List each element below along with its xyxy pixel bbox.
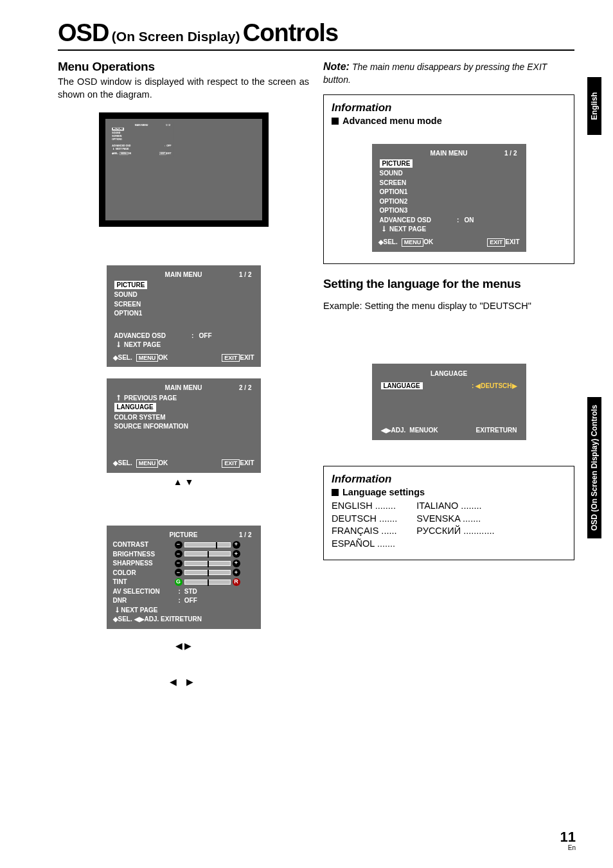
hint-exit: EXITEXIT xyxy=(487,238,519,247)
picture-brightness[interactable]: BRIGHTNESS−+ xyxy=(113,550,254,559)
menu-item-advanced-osd[interactable]: ADVANCED OSD: ON xyxy=(378,216,520,225)
picture-av-selection[interactable]: AV SELECTION:STD xyxy=(113,587,254,596)
left-column: Menu Operations The OSD window is displa… xyxy=(58,60,309,687)
hint-menu-ok: MENUOK xyxy=(136,459,168,468)
section-heading-language: Setting the language for the menus xyxy=(323,277,574,291)
lang-row-label[interactable]: LANGUAGE xyxy=(381,382,423,389)
hint-adj: ◀▶ADJ. xyxy=(381,427,406,434)
osd-picture: PICTURE1 / 2 CONTRAST−+ BRIGHTNESS−+ SHA… xyxy=(107,526,261,629)
picture-next-page[interactable]: 🠗 NEXT PAGE xyxy=(113,606,254,615)
menu-item-picture[interactable]: PICTURE xyxy=(114,281,148,290)
menu-item-option1[interactable]: OPTION1 xyxy=(113,309,254,318)
picture-sharpness[interactable]: SHARPNESS−+ xyxy=(113,559,254,568)
hint-exit-return: EXITRETURN xyxy=(476,427,517,434)
lang-option: РУССКИЙ ............ xyxy=(416,525,494,538)
hint-sel: ◆SEL. xyxy=(113,616,132,623)
intro-text: The OSD window is displayed with respect… xyxy=(58,76,309,101)
menu-item-option2[interactable]: OPTION2 xyxy=(378,197,520,206)
menu-item-color-system[interactable]: COLOR SYSTEM xyxy=(113,413,254,422)
hint-sel: ◆SEL. xyxy=(113,353,132,362)
page-title: OSD (On Screen Display) Controls xyxy=(58,19,574,51)
hint-menu-ok: MENUOK xyxy=(402,238,434,247)
hint-adj: ◀▶ADJ. xyxy=(134,616,159,623)
hint-menu-ok: MENUOK xyxy=(136,353,168,362)
right-column: Note:The main menu disappears by pressin… xyxy=(323,60,574,687)
info-box-advanced: Information Advanced menu mode MAIN MENU… xyxy=(323,94,574,263)
menu-item-advanced-osd[interactable]: ADVANCED OSD: OFF xyxy=(113,332,254,341)
lang-option: ITALIANO ........ xyxy=(416,500,494,513)
side-tab-language: English xyxy=(587,77,601,135)
hint-exit: EXITEXIT xyxy=(222,459,254,468)
menu-item-language[interactable]: LANGUAGE xyxy=(114,403,156,412)
menu-item-sound[interactable]: SOUND xyxy=(378,169,520,178)
lang-option: DEUTSCH ....... xyxy=(332,513,397,526)
picture-dnr[interactable]: DNR:OFF xyxy=(113,596,254,605)
arrows-left-right-spaced-icon: ◀ ▶ xyxy=(58,677,309,687)
lang-option: SVENSKA ....... xyxy=(416,513,494,526)
osd-main-menu-2: MAIN MENU2 / 2 🠕 PREVIOUS PAGE LANGUAGE … xyxy=(107,378,261,472)
note-box: Note:The main menu disappears by pressin… xyxy=(323,60,574,85)
info-box-language-settings: Information Language settings ENGLISH ..… xyxy=(323,466,574,560)
lang-option: ENGLISH ........ xyxy=(332,500,397,513)
osd-main-menu-advanced: MAIN MENU1 / 2 PICTURE SOUND SCREEN OPTI… xyxy=(372,144,526,251)
picture-tint[interactable]: TINTGR xyxy=(113,578,254,587)
example-text: Example: Setting the menu display to "DE… xyxy=(323,300,574,313)
picture-contrast[interactable]: CONTRAST−+ xyxy=(113,540,254,549)
menu-next-page[interactable]: 🠗 NEXT PAGE xyxy=(113,341,254,350)
menu-next-page[interactable]: 🠗 NEXT PAGE xyxy=(378,225,520,234)
menu-item-sound[interactable]: SOUND xyxy=(113,290,254,299)
page-footer: 11 En xyxy=(560,830,576,851)
arrows-up-down-icon: ▲ ▼ xyxy=(58,477,309,487)
arrows-left-right-icon: ◀ ▶ xyxy=(58,641,309,651)
hint-sel: ◆SEL. xyxy=(113,459,132,468)
tv-frame: MAIN MENU1 / 2 PICTURE SOUND SCREEN OPTI… xyxy=(99,112,269,227)
menu-prev-page[interactable]: 🠕 PREVIOUS PAGE xyxy=(113,394,254,403)
lang-option: FRANÇAIS ...... xyxy=(332,525,397,538)
lang-value[interactable]: : ◀DEUTSCH▶ xyxy=(472,382,517,389)
osd-main-menu-1: MAIN MENU1 / 2 PICTURE SOUND SCREEN OPTI… xyxy=(107,265,261,367)
menu-item-screen[interactable]: SCREEN xyxy=(378,179,520,188)
osd-mini: MAIN MENU1 / 2 PICTURE SOUND SCREEN OPTI… xyxy=(109,122,173,157)
section-heading-menu-operations: Menu Operations xyxy=(58,60,309,74)
picture-color[interactable]: COLOR−+ xyxy=(113,569,254,578)
menu-item-option3[interactable]: OPTION3 xyxy=(378,206,520,215)
osd-language: LANGUAGE LANGUAGE : ◀DEUTSCH▶ ◀▶ADJ. MEN… xyxy=(372,364,526,440)
menu-item-picture[interactable]: PICTURE xyxy=(380,159,413,168)
hint-menu-ok: MENUOK xyxy=(409,427,438,434)
menu-item-option1[interactable]: OPTION1 xyxy=(378,188,520,197)
side-tab-section: OSD (On Screen Display) Controls xyxy=(587,397,601,538)
hint-exit: EXITEXIT xyxy=(222,353,254,362)
menu-item-screen[interactable]: SCREEN xyxy=(113,300,254,309)
menu-item-source-info[interactable]: SOURCE INFORMATION xyxy=(113,422,254,431)
hint-exit-return: EXITRETURN xyxy=(161,616,202,623)
hint-sel: ◆SEL. xyxy=(378,238,398,247)
lang-option: ESPAÑOL ....... xyxy=(332,538,397,551)
